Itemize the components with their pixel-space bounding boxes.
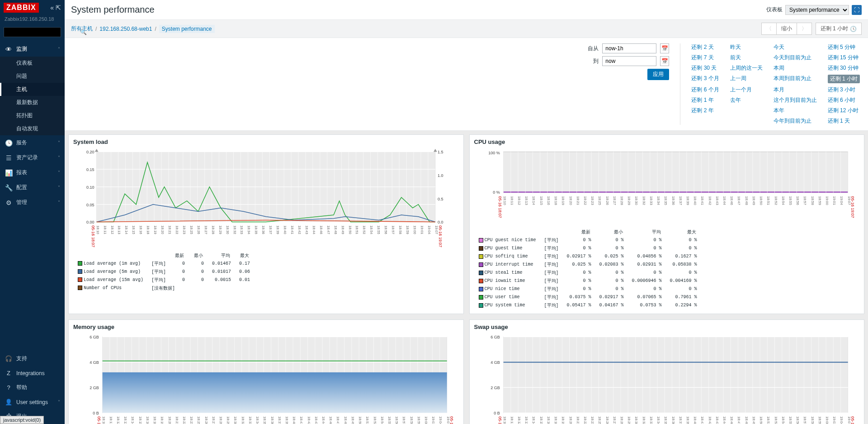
breadcrumb-host[interactable]: 192.168.250.68-web1 — [99, 26, 152, 32]
svg-text:18:36: 18:36 — [671, 416, 675, 424]
nav-support[interactable]: 🎧支持 — [0, 351, 65, 366]
svg-text:18:20: 18:20 — [568, 196, 572, 205]
time-preset[interactable]: 本月 — [774, 86, 817, 94]
svg-text:0.20: 0.20 — [86, 150, 94, 154]
apply-button[interactable]: 应用 — [647, 69, 669, 80]
time-preset[interactable]: 上周的这一天 — [730, 64, 763, 72]
time-preset[interactable]: 还剩 2 年 — [691, 107, 719, 114]
calendar-icon[interactable]: 📅 — [660, 43, 669, 53]
time-preset[interactable]: 还剩 12 小时 — [828, 107, 860, 114]
svg-text:18:32: 18:32 — [642, 416, 646, 424]
time-preset[interactable]: 还剩 6 小时 — [828, 96, 860, 104]
chevron-up-icon: ˄ — [58, 47, 60, 52]
svg-text:18:39: 18:39 — [685, 196, 689, 205]
svg-text:18:42: 18:42 — [297, 225, 302, 234]
time-preset[interactable]: 这个月到目前为止 — [774, 96, 817, 104]
svg-text:18:14: 18:14 — [532, 196, 536, 205]
time-preset[interactable]: 上一周 — [730, 75, 763, 83]
nav-inventory[interactable]: ☰ 资产记录 ˅ — [0, 150, 65, 165]
nav-integrations[interactable]: ZIntegrations — [0, 366, 65, 380]
svg-text:18:34: 18:34 — [656, 196, 660, 205]
svg-text:18:54: 18:54 — [781, 416, 785, 424]
svg-text:0.05: 0.05 — [86, 203, 94, 207]
nav-admin[interactable]: ⚙ 管理 ˅ — [0, 195, 65, 210]
gear-icon: ⚙ — [5, 199, 13, 206]
time-prev-button[interactable]: 〈 — [761, 23, 777, 35]
svg-rect-115 — [503, 152, 848, 192]
nav-sub-item[interactable]: 主机 — [0, 83, 65, 96]
time-preset[interactable]: 还剩 6 个月 — [691, 86, 719, 94]
svg-text:18:15: 18:15 — [539, 196, 543, 205]
time-preset[interactable]: 还剩 2 天 — [691, 43, 719, 51]
time-preset[interactable]: 昨天 — [730, 43, 763, 51]
search-input[interactable] — [4, 28, 77, 37]
svg-text:18:52: 18:52 — [774, 196, 778, 205]
svg-text:18:44: 18:44 — [722, 196, 726, 205]
time-range-button[interactable]: 还剩 1 小时 🕓 — [816, 23, 862, 35]
nav-sub-item[interactable]: 自动发现 — [0, 122, 65, 135]
time-next-button[interactable]: 〉 — [797, 23, 812, 35]
chevron-down-icon: ˅ — [58, 200, 60, 205]
time-preset[interactable]: 还剩 30 天 — [691, 64, 719, 72]
nav-sub-item[interactable]: 仪表板 — [0, 57, 65, 70]
time-preset[interactable]: 去年 — [730, 96, 763, 104]
time-preset[interactable]: 还剩 1 天 — [828, 117, 860, 125]
nav-sub-item[interactable]: 最新数据 — [0, 96, 65, 109]
time-preset[interactable]: 还剩 1 年 — [691, 96, 719, 104]
time-preset[interactable]: 还剩 30 分钟 — [828, 64, 860, 72]
time-preset[interactable]: 还剩 3 个月 — [691, 75, 719, 83]
svg-text:18:44: 18:44 — [722, 416, 726, 424]
nav-help[interactable]: ?帮助 — [0, 380, 65, 395]
search-icon[interactable]: 🔍 — [77, 28, 90, 37]
from-input[interactable] — [602, 43, 656, 53]
nav-monitor-subs: 仪表板问题主机最新数据拓扑图自动发现 — [0, 57, 65, 135]
svg-text:18:49: 18:49 — [751, 416, 755, 424]
svg-text:1.5: 1.5 — [438, 150, 443, 154]
time-preset[interactable]: 还剩 15 分钟 — [828, 54, 860, 62]
time-preset[interactable]: 本周到目前为止 — [774, 75, 817, 83]
zoom-out-button[interactable]: 缩小 — [777, 23, 797, 35]
nav-sub-item[interactable]: 问题 — [0, 70, 65, 83]
time-preset[interactable]: 今天到目前为止 — [774, 54, 817, 62]
svg-text:2 GB: 2 GB — [90, 386, 99, 390]
svg-text:18:42: 18:42 — [307, 416, 311, 424]
svg-text:18:57: 18:57 — [402, 416, 406, 424]
nav-config[interactable]: 🔧 配置 ˅ — [0, 180, 65, 195]
svg-text:18:59: 18:59 — [817, 416, 821, 424]
time-preset[interactable]: 本周 — [774, 64, 817, 72]
svg-text:18:30: 18:30 — [634, 196, 638, 205]
nav-label: 服务 — [16, 139, 27, 147]
svg-text:18:58: 18:58 — [410, 416, 414, 424]
time-preset[interactable]: 今年到目前为止 — [774, 117, 817, 125]
svg-text:18:29: 18:29 — [627, 416, 631, 424]
nav-user-settings[interactable]: 👤User settings˅ — [0, 395, 65, 409]
svg-text:18:55: 18:55 — [377, 225, 381, 234]
chevron-down-icon: ˅ — [58, 155, 60, 160]
time-preset[interactable]: 还剩 1 小时 — [828, 75, 860, 83]
time-preset[interactable]: 还剩 5 分钟 — [828, 43, 860, 51]
svg-text:18:40: 18:40 — [693, 416, 697, 424]
time-preset[interactable]: 今天 — [774, 43, 817, 51]
nav-services[interactable]: 🕓 服务 ˅ — [0, 135, 65, 150]
fullscreen-button[interactable]: ⛶ — [852, 5, 862, 15]
time-preset[interactable]: 本年 — [774, 107, 817, 114]
svg-text:18:55: 18:55 — [788, 196, 792, 205]
collapse-sidebar-icon[interactable]: « — [50, 4, 54, 11]
time-preset[interactable]: 前天 — [730, 54, 763, 62]
time-preset[interactable]: 还剩 7 天 — [691, 54, 719, 62]
widget-swap-usage: Swap usage 0 B2 GB4 GB6 GB18:1018:1118:1… — [469, 319, 865, 424]
svg-text:18:52: 18:52 — [373, 416, 377, 424]
time-preset[interactable]: 还剩 3 小时 — [828, 86, 860, 94]
to-input[interactable] — [602, 56, 656, 66]
time-preset[interactable]: 上一个月 — [730, 86, 763, 94]
main: System performance 仪表板 System performanc… — [65, 0, 868, 424]
svg-text:18:54: 18:54 — [369, 225, 373, 234]
svg-text:18:58: 18:58 — [810, 196, 814, 205]
calendar-icon[interactable]: 📅 — [660, 56, 669, 66]
dashboard-select[interactable]: System performance — [785, 5, 849, 15]
nav-sub-item[interactable]: 拓扑图 — [0, 109, 65, 122]
nav-monitor[interactable]: 👁 监测 ˄ — [0, 42, 65, 57]
popout-icon[interactable]: ⇱ — [56, 4, 61, 11]
svg-text:18:19: 18:19 — [561, 196, 565, 205]
nav-reports[interactable]: 📊 报表 ˅ — [0, 165, 65, 180]
